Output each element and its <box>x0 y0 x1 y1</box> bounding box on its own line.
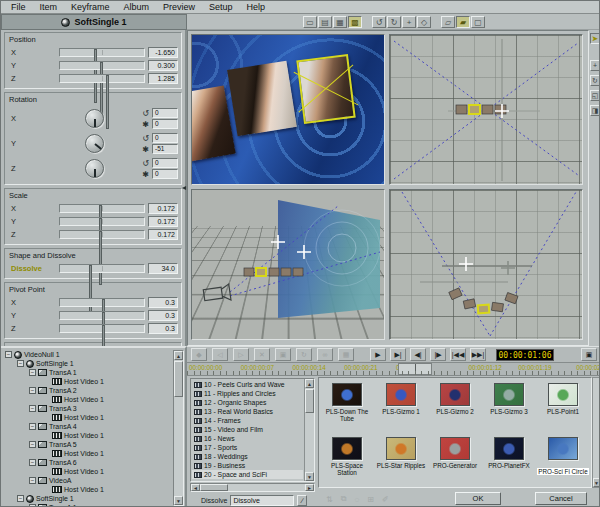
category-item[interactable]: 19 - Business <box>192 461 303 470</box>
set-keyframe-button[interactable]: ◆ <box>191 348 207 361</box>
category-item[interactable]: 10 - Peels Curls and Wave <box>192 380 303 389</box>
zoom-view-button[interactable]: ◇ <box>417 16 431 28</box>
pivot-z-value[interactable]: 0.3 <box>148 323 178 334</box>
library-thumb-pls-down-the-tube[interactable]: PLS-Down The Tube <box>320 380 374 434</box>
position-x-slider[interactable] <box>59 48 145 57</box>
scroll-thumb[interactable] <box>200 484 228 491</box>
library-thumb-pls-space-station[interactable]: PLS-Space Station <box>320 434 374 488</box>
tree-item-transa-3[interactable]: −TransA 3 <box>3 404 172 413</box>
pan-view-button[interactable]: + <box>402 16 416 28</box>
category-item[interactable]: 12 - Organic Shapes <box>192 398 303 407</box>
library-thumb-pro-sci-fi-circle[interactable]: PRO-Sci Fi Circle <box>536 434 590 488</box>
viewport-perspective[interactable] <box>191 189 385 340</box>
scale-x-value[interactable]: 0.172 <box>148 203 178 214</box>
pivot-x-slider[interactable] <box>59 298 145 307</box>
category-scrollbar[interactable]: ▲ ▼ <box>304 379 314 481</box>
preview-mode-button[interactable]: ▦ <box>338 348 354 361</box>
render-preview-button[interactable]: ▣ <box>581 348 597 361</box>
go-to-end-button[interactable]: ▶▶| <box>470 348 486 361</box>
rotation-z-revolutions[interactable]: 0 <box>152 158 178 168</box>
tree-item-softsingle-1[interactable]: −SoftSingle 1 <box>3 494 172 503</box>
cancel-button[interactable]: Cancel <box>535 492 587 505</box>
category-item[interactable]: 18 - Weddings <box>192 452 303 461</box>
library-thumb-pro-planetfx[interactable]: PRO-PlanetFX <box>482 434 536 488</box>
category-item[interactable]: 20 - Space and SciFi <box>192 470 303 479</box>
orbit-right-button[interactable]: ↻ <box>387 16 401 28</box>
dissolve-dissolve-slider[interactable] <box>59 264 145 273</box>
category-item[interactable]: 13 - Real World Basics <box>192 407 303 416</box>
category-hscrollbar[interactable]: ◄ ► <box>190 483 315 492</box>
scale-x-slider[interactable] <box>59 204 145 213</box>
menu-item[interactable]: Item <box>33 1 65 13</box>
tree-item-transa-2[interactable]: −TransA 2 <box>3 386 172 395</box>
filter-dropdown[interactable]: Dissolve <box>230 495 294 506</box>
layout-two-button[interactable]: ▤ <box>318 16 332 28</box>
link-toggle-button[interactable]: ∞ <box>317 348 333 361</box>
menu-preview[interactable]: Preview <box>156 1 202 13</box>
tree-item-host-video-1[interactable]: Host Video 1 <box>3 413 172 422</box>
view-options-button[interactable]: ▢ <box>471 16 485 28</box>
step-forward-button[interactable]: |▶ <box>430 348 446 361</box>
slider-thumb[interactable] <box>99 231 102 285</box>
scroll-thumb[interactable] <box>305 389 314 413</box>
library-thumb-pls-point1[interactable]: PLS-Point1 <box>536 380 590 434</box>
library-thumb-pls-gizmo-1[interactable]: PLS-Gizmo 1 <box>374 380 428 434</box>
expander-icon[interactable]: − <box>5 351 12 358</box>
scroll-down-icon[interactable]: ▼ <box>174 496 183 505</box>
panel-collapse-arrow[interactable]: ◄ <box>180 181 188 195</box>
dissolve-dissolve-value[interactable]: 34.0 <box>148 263 178 274</box>
tree-item-transa-6[interactable]: −TransA 6 <box>3 458 172 467</box>
menu-keyframe[interactable]: Keyframe <box>64 1 117 13</box>
tree-item-host-video-1[interactable]: Host Video 1 <box>3 485 172 494</box>
tree-scrollbar[interactable]: ▲ ▼ <box>173 350 184 506</box>
tree-item-host-video-1[interactable]: Host Video 1 <box>3 431 172 440</box>
pivot-z-slider[interactable] <box>59 324 145 333</box>
pivot-x-value[interactable]: 0.3 <box>148 297 178 308</box>
scroll-down-icon[interactable]: ▼ <box>593 478 600 487</box>
expander-icon[interactable]: − <box>29 405 36 412</box>
expander-icon[interactable]: − <box>17 360 24 367</box>
category-item[interactable]: 15 - Video and Film <box>192 425 303 434</box>
rotation-z-knob[interactable] <box>85 159 104 178</box>
move-tool-button[interactable]: + <box>590 60 600 71</box>
expander-icon[interactable]: − <box>29 504 36 506</box>
playhead[interactable] <box>398 363 432 375</box>
scroll-left-icon[interactable]: ◄ <box>191 484 200 491</box>
layout-three-button[interactable]: ▦ <box>333 16 347 28</box>
expander-icon[interactable]: − <box>29 477 36 484</box>
position-z-slider[interactable] <box>59 74 145 83</box>
menu-file[interactable]: File <box>4 1 33 13</box>
go-to-start-button[interactable]: |◀◀ <box>450 348 466 361</box>
tree-item-host-video-1[interactable]: Host Video 1 <box>3 395 172 404</box>
next-keyframe-button[interactable]: ▷ <box>233 348 249 361</box>
ok-button[interactable]: OK <box>455 492 501 505</box>
timeline-ruler[interactable]: 00:00:00:0000:00:00:0700:00:00:1400:00:0… <box>187 363 600 376</box>
rotation-z-degrees[interactable]: 0 <box>152 169 178 179</box>
category-item[interactable]: 17 - Sports <box>192 443 303 452</box>
scale-z-value[interactable]: 0.172 <box>148 229 178 240</box>
scale-y-value[interactable]: 0.172 <box>148 216 178 227</box>
expander-icon[interactable]: − <box>29 369 36 376</box>
step-back-button[interactable]: ◀| <box>410 348 426 361</box>
delete-keyframe-button[interactable]: ✕ <box>254 348 270 361</box>
viewport-top[interactable] <box>389 189 583 340</box>
layout-single-button[interactable]: ▭ <box>303 16 317 28</box>
menu-setup[interactable]: Setup <box>202 1 240 13</box>
render-mode-button[interactable]: ▰ <box>456 16 470 28</box>
tree-item-transa-5[interactable]: −TransA 5 <box>3 440 172 449</box>
play-to-end-button[interactable]: ▶| <box>390 348 406 361</box>
position-y-slider[interactable] <box>59 61 145 70</box>
orbit-left-button[interactable]: ↺ <box>372 16 386 28</box>
rotation-x-revolutions[interactable]: 0 <box>152 108 178 118</box>
scroll-thumb[interactable] <box>174 361 183 397</box>
slider-thumb[interactable] <box>102 325 105 346</box>
expander-icon[interactable]: − <box>29 459 36 466</box>
viewport-front[interactable] <box>389 34 583 185</box>
tree-item-host-video-1[interactable]: Host Video 1 <box>3 467 172 476</box>
scroll-up-icon[interactable]: ▲ <box>174 351 183 360</box>
tree-item-transa-1[interactable]: −TransA 1 <box>3 368 172 377</box>
video-layer-2[interactable] <box>227 61 296 137</box>
library-thumb-pro-generator[interactable]: PRO-Generator <box>428 434 482 488</box>
tree-item-host-video-1[interactable]: Host Video 1 <box>3 377 172 386</box>
expander-icon[interactable]: − <box>17 495 24 502</box>
